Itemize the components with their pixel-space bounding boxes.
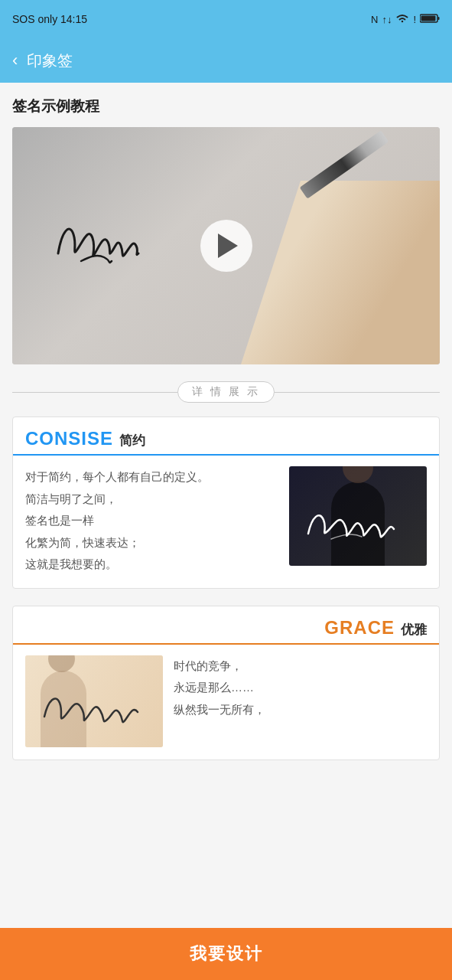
video-signature-overlay — [35, 207, 203, 284]
card-consise-cn-title: 简约 — [119, 432, 145, 449]
card-consise-line-5: 这就是我想要的。 — [25, 554, 278, 576]
data-icon: ↑↓ — [382, 14, 392, 25]
divider-section: 详 情 展 示 — [12, 381, 440, 403]
battery-icon — [420, 13, 440, 26]
header-title: 印象签 — [27, 51, 73, 71]
person-head — [343, 466, 373, 483]
card-grace-cn-title: 优雅 — [401, 621, 427, 639]
design-button-label: 我要设计 — [190, 942, 263, 965]
status-time: SOS only 14:15 — [12, 13, 87, 25]
card-grace-header: GRACE 优雅 — [13, 606, 439, 645]
divider-right — [275, 392, 440, 393]
card-grace: GRACE 优雅 — [12, 606, 440, 760]
svg-rect-2 — [438, 17, 440, 20]
card-consise-text: 对于简约，每个人都有自己的定义。 简洁与明了之间， 签名也是一样 化繁为简，快速… — [25, 466, 278, 576]
header: ‹ 印象签 — [0, 38, 452, 83]
card-grace-body: 时代的竞争， 永远是那么…… 纵然我一无所有， — [13, 645, 439, 760]
card-consise-line-1: 对于简约，每个人都有自己的定义。 — [25, 466, 278, 488]
card-consise-line-4: 化繁为简，快速表达； — [25, 532, 278, 554]
grace-signature-svg — [29, 686, 159, 732]
card-grace-line-1: 时代的竞争， — [174, 655, 427, 678]
card-grace-en-title: GRACE — [324, 617, 395, 639]
play-icon — [218, 234, 238, 258]
card-consise-header: CONSISE 简约 — [13, 417, 439, 456]
section-title: 签名示例教程 — [12, 96, 440, 116]
video-container[interactable] — [12, 127, 440, 364]
wifi-icon — [395, 13, 409, 26]
consise-signature-svg — [297, 505, 419, 543]
card-consise-line-2: 简洁与明了之间， — [25, 488, 278, 511]
card-grace-line-2: 永远是那么…… — [174, 677, 427, 699]
status-bar: SOS only 14:15 N ↑↓ ! — [0, 0, 452, 38]
card-grace-text: 时代的竞争， 永远是那么…… 纵然我一无所有， — [174, 655, 427, 747]
svg-rect-1 — [421, 15, 436, 21]
status-icons: N ↑↓ ! — [371, 13, 440, 26]
card-grace-line-3: 纵然我一无所有， — [174, 699, 427, 721]
signal-icon: ! — [413, 14, 416, 25]
card-consise-image-bg — [289, 466, 427, 566]
card-grace-image-bg — [25, 655, 163, 747]
nfc-icon: N — [371, 14, 378, 25]
main-content: 签名示例教程 详 情 展 示 — [0, 83, 452, 846]
divider-text: 详 情 展 示 — [177, 381, 275, 403]
card-consise-en-title: CONSISE — [25, 428, 113, 449]
card-consise-image — [289, 466, 427, 566]
divider-left — [12, 392, 177, 393]
card-consise-body: 对于简约，每个人都有自己的定义。 简洁与明了之间， 签名也是一样 化繁为简，快速… — [13, 456, 439, 588]
back-button[interactable]: ‹ — [12, 52, 18, 69]
card-consise: CONSISE 简约 对于简约，每个人都有自己的定义。 简洁与明了之间， 签名也… — [12, 416, 440, 589]
woman-head — [48, 655, 75, 672]
design-button[interactable]: 我要设计 — [0, 928, 452, 980]
play-button[interactable] — [200, 220, 252, 272]
card-consise-line-3: 签名也是一样 — [25, 510, 278, 532]
card-grace-image — [25, 655, 163, 747]
